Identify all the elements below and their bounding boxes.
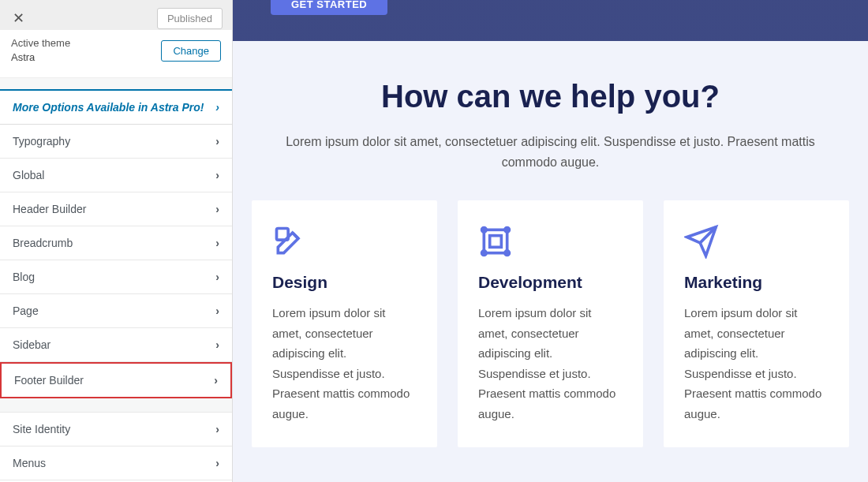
svg-point-3 bbox=[482, 228, 487, 233]
chevron-right-icon: › bbox=[215, 271, 219, 283]
menu-breadcrumb[interactable]: Breadcrumb › bbox=[0, 226, 232, 260]
menu-label: Breadcrumb bbox=[13, 237, 73, 249]
chevron-right-icon: › bbox=[215, 457, 219, 469]
menu-label: Site Identity bbox=[13, 423, 70, 435]
menu-label: Page bbox=[13, 305, 39, 317]
chevron-right-icon: › bbox=[215, 237, 219, 249]
get-started-button[interactable]: GET STARTED bbox=[271, 0, 387, 15]
menu-label: Sidebar bbox=[13, 338, 51, 351]
site-preview: GET STARTED How can we help you? Lorem i… bbox=[233, 0, 868, 482]
astra-pro-promo[interactable]: More Options Available in Astra Pro! › bbox=[0, 89, 232, 125]
chevron-right-icon: › bbox=[215, 423, 219, 435]
paper-plane-icon bbox=[684, 224, 829, 262]
change-theme-button[interactable]: Change bbox=[161, 40, 221, 62]
theme-info: Active theme Astra bbox=[11, 36, 70, 65]
chevron-right-icon: › bbox=[215, 338, 219, 351]
card-desc: Lorem ipsum dolor sit amet, consectetuer… bbox=[272, 303, 417, 424]
cards-row: Design Lorem ipsum dolor sit amet, conse… bbox=[233, 200, 868, 447]
svg-rect-1 bbox=[484, 230, 507, 253]
card-marketing: Marketing Lorem ipsum dolor sit amet, co… bbox=[664, 200, 849, 447]
svg-rect-2 bbox=[490, 236, 502, 248]
close-icon[interactable]: ✕ bbox=[8, 8, 29, 28]
active-theme-row: Active theme Astra Change bbox=[0, 30, 232, 78]
menu-sidebar[interactable]: Sidebar › bbox=[0, 328, 232, 362]
top-bar: ✕ Published bbox=[0, 0, 232, 30]
menu-global[interactable]: Global › bbox=[0, 159, 232, 192]
card-desc: Lorem ipsum dolor sit amet, consectetuer… bbox=[478, 303, 623, 424]
menu-typography[interactable]: Typography › bbox=[0, 125, 232, 159]
menu-label: Footer Builder bbox=[14, 374, 84, 387]
menu-page[interactable]: Page › bbox=[0, 294, 232, 328]
card-desc: Lorem ipsum dolor sit amet, consectetuer… bbox=[684, 303, 829, 424]
svg-point-4 bbox=[505, 228, 510, 233]
menu-label: Menus bbox=[13, 457, 46, 469]
help-section: How can we help you? Lorem ipsum dolor s… bbox=[233, 41, 868, 200]
menu-header-builder[interactable]: Header Builder › bbox=[0, 192, 232, 226]
active-theme-label: Active theme bbox=[11, 36, 70, 50]
help-heading: How can we help you? bbox=[280, 79, 821, 114]
menu-label: Typography bbox=[13, 135, 70, 148]
spacer bbox=[0, 398, 232, 413]
menu-label: Blog bbox=[13, 271, 35, 283]
chevron-right-icon: › bbox=[215, 169, 219, 181]
menu-footer-builder[interactable]: Footer Builder › bbox=[0, 362, 232, 398]
menu-site-identity[interactable]: Site Identity › bbox=[0, 413, 232, 447]
svg-point-5 bbox=[482, 251, 487, 256]
promo-text: More Options Available in Astra Pro! bbox=[13, 101, 204, 114]
chevron-right-icon: › bbox=[215, 305, 219, 317]
chevron-right-icon: › bbox=[214, 374, 218, 387]
active-theme-name: Astra bbox=[11, 50, 70, 65]
pencil-icon bbox=[272, 224, 417, 262]
card-development: Development Lorem ipsum dolor sit amet, … bbox=[458, 200, 643, 447]
spacer bbox=[0, 78, 232, 89]
chevron-right-icon: › bbox=[215, 203, 219, 215]
menu-blog[interactable]: Blog › bbox=[0, 260, 232, 294]
card-title: Development bbox=[478, 273, 623, 292]
menu-label: Global bbox=[13, 169, 44, 181]
chevron-right-icon: › bbox=[215, 101, 219, 114]
help-description: Lorem ipsum dolor sit amet, consectetuer… bbox=[280, 132, 821, 172]
svg-point-6 bbox=[505, 251, 510, 256]
card-design: Design Lorem ipsum dolor sit amet, conse… bbox=[252, 200, 437, 447]
hero-section: GET STARTED bbox=[233, 0, 868, 41]
menu-label: Header Builder bbox=[13, 203, 86, 215]
crop-icon bbox=[478, 224, 623, 262]
customizer-sidebar: ✕ Published Active theme Astra Change Mo… bbox=[0, 0, 233, 482]
publish-button[interactable]: Published bbox=[157, 8, 223, 29]
menu-menus[interactable]: Menus › bbox=[0, 447, 232, 480]
card-title: Design bbox=[272, 273, 417, 292]
card-title: Marketing bbox=[684, 273, 829, 292]
chevron-right-icon: › bbox=[215, 135, 219, 148]
